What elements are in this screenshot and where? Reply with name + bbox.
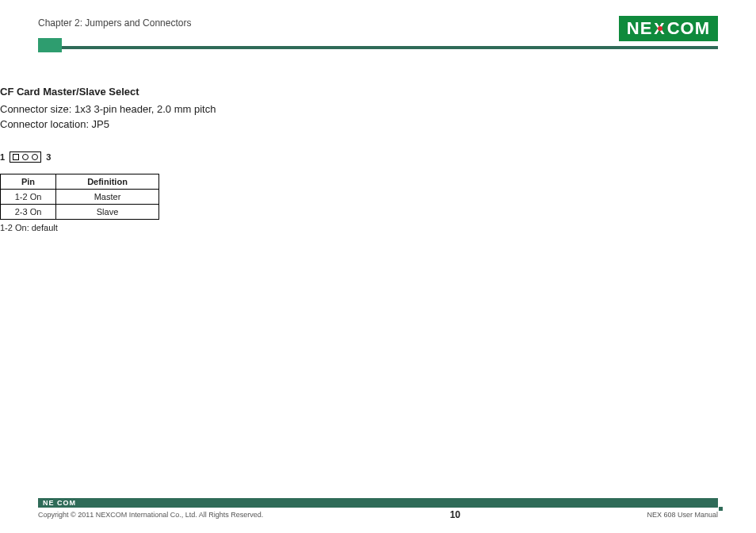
section-title: CF Card Master/Slave Select	[0, 86, 756, 98]
footer-corner-icon	[715, 503, 723, 511]
th-pin: Pin	[1, 174, 56, 189]
footer-mini-logo: NE COM	[43, 499, 76, 507]
page-footer: NE COM Copyright © 2011 NEXCOM Internati…	[38, 498, 718, 520]
cell-pin: 1-2 On	[1, 189, 56, 204]
brand-logo: NEXCOM	[619, 16, 718, 41]
table-row: 2-3 On Slave	[1, 204, 159, 219]
page-tab-marker	[38, 38, 62, 52]
page-content: CF Card Master/Slave Select Connector si…	[0, 49, 756, 232]
connector-location: Connector location: JP5	[0, 117, 756, 132]
cell-def: Master	[56, 189, 159, 204]
pin-2-circle-icon	[22, 154, 29, 160]
pin-definition-table: Pin Definition 1-2 On Master 2-3 On Slav…	[0, 174, 159, 220]
pin-diagram: 1 3	[0, 151, 756, 163]
page-number: 10	[450, 509, 460, 520]
pin-1-square-icon	[13, 154, 19, 160]
table-footnote: 1-2 On: default	[0, 223, 756, 232]
connector-size: Connector size: 1x3 3-pin header, 2.0 mm…	[0, 102, 756, 117]
cell-pin: 2-3 On	[1, 204, 56, 219]
logo-text-post: COM	[667, 18, 710, 39]
footer-doc-title: NEX 608 User Manual	[647, 511, 718, 519]
table-row: 1-2 On Master	[1, 189, 159, 204]
pin-label-left: 1	[0, 152, 5, 162]
footer-bar: NE COM	[38, 498, 718, 508]
chapter-title: Chapter 2: Jumpers and Connectors	[38, 16, 191, 29]
footer-copyright: Copyright © 2011 NEXCOM International Co…	[38, 511, 263, 519]
cell-def: Slave	[56, 204, 159, 219]
pin-header-outline	[10, 151, 41, 163]
pin-3-circle-icon	[32, 154, 38, 160]
header-divider	[38, 46, 718, 49]
logo-x-icon: X	[652, 20, 666, 38]
pin-label-right: 3	[46, 152, 51, 162]
th-definition: Definition	[56, 174, 159, 189]
logo-text-pre: NE	[627, 18, 653, 39]
